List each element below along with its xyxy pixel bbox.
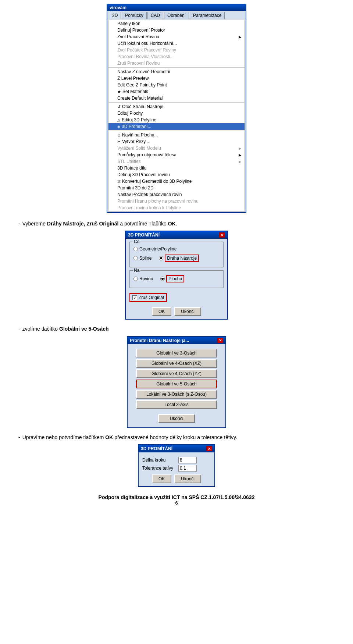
menu-tab-cad[interactable]: CAD (147, 12, 163, 19)
menu-item-3d-rotace[interactable]: 3D Rotace dílu (108, 165, 245, 171)
menu-tab-pomucky[interactable]: Pomůcky (122, 12, 146, 19)
bold-drahu: Dráhy Nástroje, Zruš Originál (47, 221, 119, 227)
menu-item-nastav-pocatek[interactable]: Nastav Počátek pracovních rovin (108, 191, 245, 198)
small-dialog-buttons: OK Ukonči (142, 474, 211, 483)
menu-item-definuj[interactable]: Definuj Pracovní Prostor (108, 27, 245, 33)
promitni-title: Promitni Dráhu Nástroje ja... (130, 338, 217, 343)
promitni-btn-4os-yz[interactable]: Globální ve 4-Osách (YZ) (136, 369, 217, 378)
radio-spline[interactable]: Spline (133, 256, 151, 261)
separator-3 (108, 131, 245, 131)
menu-item-stl: STL Utilities ▶ (108, 158, 245, 165)
dialog-3d-cancel-btn[interactable]: Ukonči (174, 307, 201, 316)
menu-item-vytezeni: Vytěžení Solid Modelu ▶ (108, 145, 245, 152)
bullet-dash-1: - (18, 220, 20, 228)
menu-window: virování 3D Pomůcky CAD Obrábění Paramet… (107, 4, 246, 213)
promitni-btn-3os-z[interactable]: Lokální ve 3-Osách (s Z-Osou) (136, 390, 217, 399)
menu-item-panely[interactable]: Panely Ikon (108, 20, 245, 27)
submenu-arrow: ▶ (239, 35, 242, 39)
bold-ok-3: OK (105, 434, 113, 440)
small-dialog-title: 3D PROMÍTÁNÍ (141, 446, 206, 451)
promitni-btn-4os-xz[interactable]: Globální ve 4-Osách (XZ) (136, 359, 217, 368)
small-dialog-3d: 3D PROMÍTÁNÍ ✕ Délka kroku Tolerance tet… (138, 444, 215, 487)
radio-circle-rovinu (133, 277, 138, 281)
radio-rovinu[interactable]: Rovinu (133, 276, 153, 281)
menu-item-promitni-hranu: Promítni Hranu plochy na pracovní rovinu (108, 198, 245, 204)
menu-item-3d-promitani[interactable]: ◈ 3D Promítání... (108, 123, 245, 130)
bold-globalni: Globální ve 5-Osách (59, 326, 109, 332)
menu-item-nastav-z[interactable]: Nastav Z úrovně Geometrií (108, 68, 245, 75)
menu-title: virování (110, 5, 126, 10)
menu-tab-obrabeni[interactable]: Obrábění (164, 12, 189, 19)
bold-ok-1: OK (168, 221, 176, 227)
dialog-3d-close[interactable]: ✕ (219, 232, 225, 238)
menu-item-pracovni-kolma: Pracovní rovina kolmá k Polyline (108, 204, 245, 211)
menu-item-navin[interactable]: ⊕ Naviň na Plochu... (108, 132, 245, 138)
tolerance-label: Tolerance tetívy (142, 466, 175, 471)
wind-icon: ⊕ (117, 133, 121, 138)
text-content-3: Upravíme nebo potvrdíme tlačítkem OK pře… (22, 433, 237, 441)
polyline-icon: △ (117, 118, 120, 122)
menu-item-edit-geo[interactable]: Edit Geo Z Point by Point (108, 82, 245, 88)
menu-item-create-material[interactable]: Create Default Material (108, 95, 245, 102)
menu-item-zvol-rovinu[interactable]: Zvol Pracovní Rovinu ▶ (108, 33, 245, 40)
small-dialog-area: 3D PROMÍTÁNÍ ✕ Délka kroku Tolerance tet… (11, 444, 342, 487)
menu-items-list: Panely Ikon Definuj Pracovní Prostor Zvo… (108, 20, 245, 211)
promitni-btn-5os[interactable]: Globální ve 5-Osách (136, 380, 217, 388)
promitni-close[interactable]: ✕ (217, 338, 223, 343)
menu-item-ucin[interactable]: Učiň lokální osu Horizontální... (108, 40, 245, 47)
radio-plochu[interactable]: Plochu (160, 275, 184, 282)
menu-item-vytvor-rezy[interactable]: ✂ Vytvoř Řezy... (108, 138, 245, 145)
radio-geometrie[interactable]: Geometrie/Polyline (133, 246, 176, 252)
dialog-3d-ok-btn[interactable]: OK (152, 307, 171, 316)
promitni-titlebar: Promitni Dráhu Nástroje ja... ✕ (128, 337, 225, 344)
text-content-1: Vybereme Dráhy Nástroje, Zruš Originál a… (22, 220, 177, 228)
separator-1 (108, 67, 245, 68)
separator-2 (108, 102, 245, 103)
menu-tab-parametrizace[interactable]: Parametrizace (190, 12, 225, 19)
small-dialog-ok-btn[interactable]: OK (152, 474, 171, 483)
promitni-btn-cancel[interactable]: Ukonči (158, 414, 195, 423)
radio-circle-plochu (160, 277, 165, 281)
menu-item-definuj-3d[interactable]: Definuj 3D Pracovní rovinu (108, 171, 245, 178)
cut-icon: ✂ (117, 139, 121, 144)
input-row-delka: Délka kroku (142, 457, 211, 463)
submenu-arrow-stl: ▶ (239, 160, 242, 164)
footer-section: Podpora digitalizace a využití ICT na SP… (11, 494, 342, 506)
radio-circle-spline (133, 256, 138, 260)
menu-screenshot-area: virování 3D Pomůcky CAD Obrábění Paramet… (11, 4, 342, 213)
small-dialog-titlebar: 3D PROMÍTÁNÍ ✕ (139, 445, 214, 452)
tolerance-input[interactable] (178, 465, 197, 472)
menu-tabs: 3D Pomůcky CAD Obrábění Parametrizace (107, 11, 246, 19)
bullet-dash-3: - (18, 433, 20, 441)
menu-item-z-level[interactable]: Z Level Preview (108, 75, 245, 82)
radio-circle-draha (159, 256, 163, 260)
menu-item-set-materials[interactable]: ★ Set Materials (108, 88, 245, 95)
menu-item-promitni-3d2d[interactable]: Promítni 3D do 2D (108, 185, 245, 191)
dialog-group-co-label: Co (133, 239, 140, 244)
radio-draha-label: Dráha Nástroje (165, 255, 199, 262)
dialog-group-na-label: Na (133, 268, 140, 273)
promitni-btn-3os[interactable]: Globální ve 3-Osách (136, 349, 217, 357)
dialog-3d-area: 3D PROMÍTÁNÍ ✕ Co Geometrie/Polyline Spl… (11, 231, 342, 320)
small-dialog-cancel-btn[interactable]: Ukonči (174, 474, 201, 483)
menu-item-pomucky-telesa[interactable]: Pomůcky pro objemová tělesa ▶ (108, 152, 245, 158)
footer-page: 6 (11, 500, 342, 506)
menu-item-edituj-3d[interactable]: △ Edituj 3D Polyline (108, 117, 245, 123)
delka-input[interactable] (178, 457, 197, 463)
dialog-3d-buttons: OK Ukonči (129, 307, 224, 316)
radio-rovinu-label: Rovinu (139, 276, 153, 281)
menu-item-otoc[interactable]: ↺ Otoč Stranu Nástroje (108, 103, 245, 110)
radio-row-co2: Spline Dráha Nástroje (133, 254, 220, 263)
menu-item-konvertuj[interactable]: ⇄ Konvertuj Geometriii do 3D Polyline (108, 178, 245, 185)
promitni-body: Globální ve 3-Osách Globální ve 4-Osách … (128, 344, 225, 427)
radio-geometrie-label: Geometrie/Polyline (139, 246, 176, 252)
checkbox-zrus-original[interactable] (132, 295, 137, 300)
radio-draha[interactable]: Dráha Nástroje (159, 255, 199, 262)
checkbox-label: Zruš Originál (139, 295, 164, 300)
promitni-btn-local3[interactable]: Local 3-Axis (136, 400, 217, 409)
menu-tab-3d[interactable]: 3D (109, 12, 121, 19)
dialog-3d-body: Co Geometrie/Polyline Spline Dráha Nástr… (126, 239, 227, 319)
menu-item-edituj-plochy[interactable]: Edituj Plochy (108, 110, 245, 117)
promitni-dialog-area: Promitni Dráhu Nástroje ja... ✕ Globální… (11, 336, 342, 428)
small-dialog-close[interactable]: ✕ (206, 446, 212, 451)
